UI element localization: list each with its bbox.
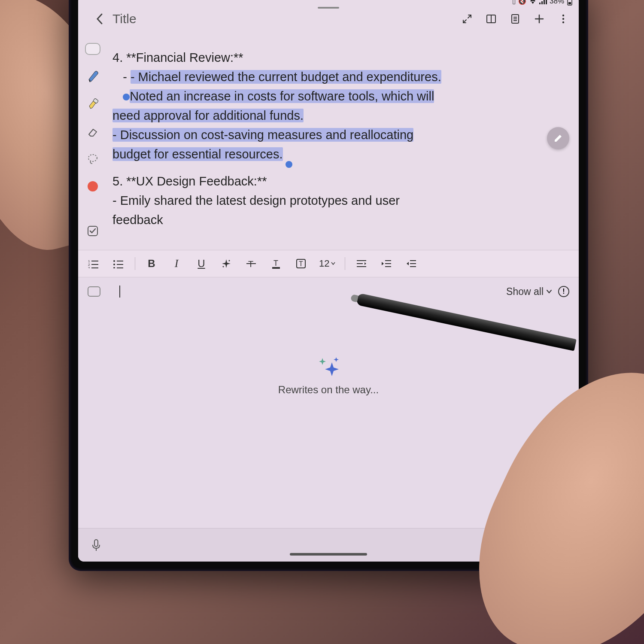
svg-point-15 — [562, 15, 564, 16]
font-size-selector[interactable]: 12 — [316, 258, 339, 269]
text-cursor[interactable] — [119, 286, 120, 298]
bold-button[interactable]: B — [141, 253, 162, 274]
svg-rect-50 — [94, 540, 98, 547]
note-line: feedback — [112, 210, 565, 230]
more-icon[interactable] — [556, 12, 570, 26]
show-all-button[interactable]: Show all — [506, 286, 552, 298]
ai-loading: Rewrites on the way... — [78, 355, 579, 396]
edit-fab[interactable] — [547, 127, 569, 149]
svg-rect-6 — [568, 2, 571, 4]
ai-panel-header: Show all ! — [78, 277, 579, 306]
italic-button[interactable]: I — [166, 253, 187, 274]
wifi-icon — [529, 0, 537, 4]
text-color-button[interactable]: T — [266, 253, 286, 274]
outdent-button[interactable] — [401, 253, 422, 274]
checkbox-tool[interactable] — [84, 222, 101, 240]
eraser-tool[interactable] — [84, 123, 101, 140]
svg-point-34 — [223, 266, 224, 267]
back-button[interactable] — [91, 10, 108, 27]
page-title[interactable]: Title — [112, 12, 460, 26]
note-line: - Discussion on cost-saving measures and… — [112, 125, 565, 145]
keyboard-icon[interactable] — [88, 286, 100, 297]
sparkles-icon — [316, 355, 341, 376]
note-line: - Emily shared the latest design prototy… — [112, 191, 565, 210]
vibrate-icon: ▯ — [512, 0, 516, 5]
screen: ▯ 🔇 38% Title — [78, 0, 579, 562]
note-body[interactable]: 4. **Financial Review:** - - Michael rev… — [105, 41, 573, 247]
ai-sparkle-button[interactable] — [216, 253, 237, 274]
info-icon[interactable]: ! — [558, 286, 569, 297]
signal-icon — [539, 0, 547, 4]
add-icon[interactable] — [532, 12, 546, 26]
battery-percent: 38% — [550, 0, 564, 6]
mute-icon: 🔇 — [518, 0, 526, 5]
lasso-tool[interactable] — [84, 150, 101, 167]
strikethrough-button[interactable]: T — [241, 253, 261, 274]
svg-point-33 — [229, 260, 230, 261]
note-line: Noted an increase in costs for software … — [112, 87, 565, 106]
svg-point-17 — [562, 21, 564, 23]
selection-start-handle[interactable] — [123, 94, 130, 100]
color-picker[interactable] — [84, 178, 101, 195]
svg-rect-0 — [539, 3, 541, 4]
pen-tool[interactable] — [84, 68, 101, 85]
svg-text:T: T — [273, 259, 278, 267]
align-button[interactable] — [351, 253, 372, 274]
svg-point-19 — [88, 155, 97, 161]
svg-text:T: T — [299, 260, 303, 267]
highlighter-tool[interactable] — [84, 95, 101, 112]
svg-point-16 — [562, 18, 564, 20]
status-bar: ▯ 🔇 38% — [506, 0, 579, 8]
svg-point-27 — [113, 260, 115, 262]
svg-rect-3 — [546, 0, 547, 4]
svg-rect-2 — [544, 0, 545, 4]
text-background-button[interactable]: T — [291, 253, 311, 274]
battery-icon — [567, 0, 573, 6]
format-toolbar: 123 B I U T T T 12 — [78, 250, 579, 277]
svg-rect-1 — [541, 1, 543, 4]
note-line: budget for essential resources. — [112, 145, 565, 164]
nav-pill[interactable] — [290, 553, 367, 556]
numbered-list-button[interactable]: 123 — [83, 253, 104, 274]
loading-text: Rewrites on the way... — [278, 384, 379, 396]
note-line: 5. **UX Design Feedback:** — [112, 172, 565, 191]
note-line: need approval for additional funds. — [112, 106, 565, 125]
svg-rect-38 — [272, 267, 280, 269]
svg-text:3: 3 — [88, 266, 90, 268]
keyboard-tool[interactable] — [84, 40, 101, 58]
expand-icon[interactable] — [460, 12, 474, 26]
header: Title — [78, 6, 579, 32]
page-layout-icon[interactable] — [508, 12, 522, 26]
indent-button[interactable] — [376, 253, 397, 274]
reading-mode-icon[interactable] — [484, 12, 498, 26]
note-line: 4. **Financial Review:** — [112, 48, 565, 67]
tool-rail — [82, 37, 103, 240]
note-line: - - Michael reviewed the current budget … — [112, 67, 565, 87]
underline-button[interactable]: U — [191, 253, 212, 274]
svg-point-31 — [113, 267, 115, 268]
selection-end-handle[interactable] — [286, 161, 292, 168]
svg-point-29 — [113, 264, 115, 265]
mic-button[interactable] — [88, 538, 104, 553]
bullet-list-button[interactable] — [108, 253, 129, 274]
